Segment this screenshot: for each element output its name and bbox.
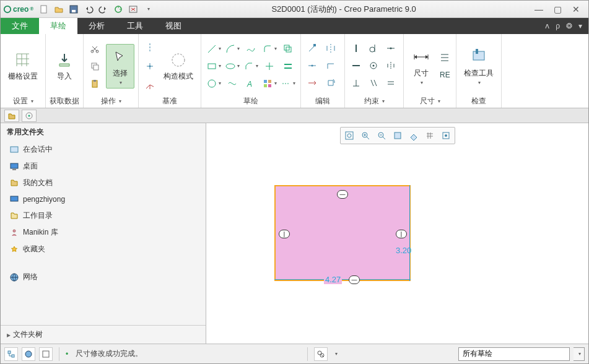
project-tool[interactable] xyxy=(261,58,278,74)
tab-sketch[interactable]: 草绘 xyxy=(39,18,77,34)
help-icon[interactable]: ❂ xyxy=(566,22,572,30)
dimension-y-value[interactable]: 3.20 xyxy=(396,246,411,255)
zoom-fit-icon[interactable] xyxy=(342,129,357,142)
display-style-icon[interactable] xyxy=(406,129,421,142)
fillet-tool[interactable]: ▾ xyxy=(261,41,278,57)
tab-view[interactable]: 视图 xyxy=(154,18,193,34)
line-tool[interactable]: ▾ xyxy=(205,41,222,57)
baseline-dim-button[interactable] xyxy=(437,50,452,65)
redo-button[interactable] xyxy=(97,2,110,16)
constraint-handle-bottom[interactable]: — xyxy=(349,275,360,284)
collapse-ribbon-icon[interactable]: ʌ xyxy=(545,22,549,30)
zoom-in-icon[interactable] xyxy=(358,129,373,142)
sidebar-item-documents[interactable]: 我的文档 xyxy=(1,175,206,191)
circle-tool[interactable]: ▾ xyxy=(205,76,222,92)
close-button[interactable]: ✕ xyxy=(570,4,582,14)
sidebar-item-session[interactable]: 在会话中 xyxy=(1,141,206,158)
divide-button[interactable] xyxy=(305,58,320,73)
constraint-handle-left[interactable]: | xyxy=(279,230,290,238)
folder-tab[interactable] xyxy=(4,110,19,122)
selection-filter-drop[interactable]: ▾ xyxy=(574,347,585,361)
mirror-button[interactable] xyxy=(323,41,338,56)
grid-settings-button[interactable]: 栅格设置 xyxy=(4,48,41,84)
minimize-button[interactable]: — xyxy=(533,4,545,14)
new-button[interactable] xyxy=(37,2,51,16)
svg-point-40 xyxy=(390,47,392,49)
midpoint-constraint[interactable] xyxy=(383,41,398,56)
coord-sys-button[interactable] xyxy=(142,77,157,92)
horizontal-constraint[interactable] xyxy=(349,58,364,73)
sb-browser-icon[interactable] xyxy=(22,347,35,361)
qat-dropdown[interactable]: ▾ xyxy=(141,2,155,16)
tab-analysis[interactable]: 分析 xyxy=(77,18,116,34)
copy-button[interactable] xyxy=(87,59,102,74)
select-button[interactable]: 选择 ▾ xyxy=(106,44,134,89)
sidebar-item-computer[interactable]: pengzhiyong xyxy=(1,191,206,207)
perpendicular-constraint[interactable] xyxy=(349,76,364,90)
import-button[interactable]: 导入 xyxy=(51,48,78,84)
sb-tree-icon[interactable] xyxy=(4,347,18,361)
palette-tool[interactable]: ▾ xyxy=(261,76,278,92)
modify-button[interactable] xyxy=(305,41,320,56)
grid-toggle-icon[interactable] xyxy=(422,129,437,142)
model-tab[interactable] xyxy=(22,110,37,122)
sb-find-icon[interactable] xyxy=(314,347,328,361)
equal-constraint[interactable] xyxy=(383,76,398,90)
vertical-constraint[interactable] xyxy=(349,41,364,56)
save-button[interactable] xyxy=(67,2,81,16)
paste-button[interactable] xyxy=(87,76,102,91)
point-button[interactable] xyxy=(142,59,157,74)
constraint-handle-top[interactable]: — xyxy=(337,190,348,199)
thicken-tool[interactable] xyxy=(279,58,297,74)
sidebar-item-workdir[interactable]: 工作目录 xyxy=(1,207,206,224)
inspect-button[interactable]: 检查工具 ▾ xyxy=(460,45,497,88)
text-tool[interactable]: A xyxy=(242,76,260,92)
centerline-button[interactable] xyxy=(142,40,157,55)
parallel-constraint[interactable] xyxy=(366,76,381,90)
spline-tool[interactable] xyxy=(242,41,260,57)
chamfer-tool[interactable]: ▾ xyxy=(242,58,260,74)
sidebar-item-favorites[interactable]: 收藏夹 xyxy=(1,241,206,258)
folder-tree-header[interactable]: ▸文件夹树 xyxy=(1,325,206,344)
dimension-x-value[interactable]: 4.27 xyxy=(324,275,342,284)
delete-segment-button[interactable] xyxy=(305,76,320,90)
tangent-constraint[interactable] xyxy=(366,41,381,56)
arc-tool[interactable]: ▾ xyxy=(224,41,241,57)
regenerate-button[interactable] xyxy=(111,2,125,16)
search-commands-icon[interactable]: ρ xyxy=(556,22,560,30)
sketcher-display-icon[interactable] xyxy=(438,129,453,142)
symmetric-constraint[interactable] xyxy=(383,58,398,73)
tab-file[interactable]: 文件 xyxy=(1,18,39,34)
sidebar-item-network[interactable]: 网络 xyxy=(1,269,206,285)
undo-button[interactable] xyxy=(82,2,95,16)
svg-line-67 xyxy=(367,137,369,139)
rotate-resize-button[interactable] xyxy=(323,76,338,90)
repaint-icon[interactable] xyxy=(390,129,405,142)
tab-tools[interactable]: 工具 xyxy=(116,18,154,34)
constraint-handle-right[interactable]: | xyxy=(396,230,407,238)
settings-dropdown-icon[interactable]: ▾ xyxy=(578,22,582,30)
reference-dim-button[interactable]: REF xyxy=(437,67,452,82)
cut-button[interactable] xyxy=(87,41,102,56)
zoom-out-icon[interactable] xyxy=(374,129,389,142)
graphics-area[interactable]: 3.20 4.27 — | | — xyxy=(206,123,588,344)
curve-tool[interactable] xyxy=(224,76,241,92)
centerline-sketch-tool[interactable]: ▾ xyxy=(279,76,297,92)
open-button[interactable] xyxy=(52,2,66,16)
sb-full-icon[interactable] xyxy=(39,347,53,361)
document-tabs xyxy=(1,108,588,123)
close-window-button[interactable] xyxy=(126,2,140,16)
sidebar-item-manikin[interactable]: Manikin 库 xyxy=(1,224,206,241)
rectangle-tool[interactable]: ▾ xyxy=(205,58,222,74)
sketch-rectangle[interactable] xyxy=(274,185,411,281)
ellipse-tool[interactable]: ▾ xyxy=(224,58,241,74)
corner-button[interactable] xyxy=(323,58,338,73)
offset-tool[interactable] xyxy=(279,41,297,57)
sb-find-drop[interactable]: ▾ xyxy=(331,347,340,361)
coincident-constraint[interactable] xyxy=(366,58,381,73)
maximize-button[interactable]: ▢ xyxy=(551,4,564,14)
construction-mode-button[interactable]: 构造模式 xyxy=(160,48,197,84)
sidebar-item-desktop[interactable]: 桌面 xyxy=(1,158,206,175)
dimension-button[interactable]: 尺寸 ▾ xyxy=(408,45,435,88)
selection-filter[interactable]: 所有草绘 xyxy=(458,347,570,361)
